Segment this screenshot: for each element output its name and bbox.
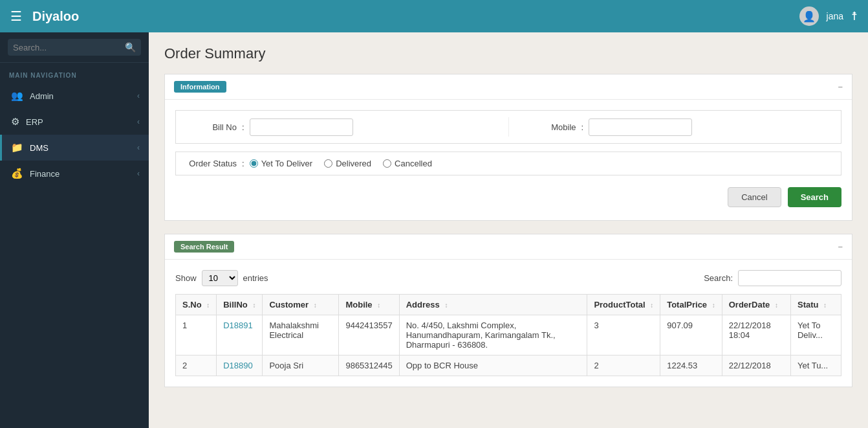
dms-icon: 📁 — [11, 142, 23, 153]
page-title: Order Summary — [164, 45, 852, 62]
nav-label: MAIN NAVIGATION — [0, 63, 149, 83]
cell-total-price: 907.09 — [660, 315, 722, 355]
cell-mobile: 9442413557 — [339, 315, 399, 355]
entries-label: entries — [243, 273, 268, 283]
show-entries: Show 10 25 50 100 entries — [175, 270, 268, 286]
cell-product-total: 3 — [587, 315, 660, 355]
cell-order-date: 22/12/2018 18:04 — [722, 315, 790, 355]
avatar: 👤 — [799, 6, 819, 26]
order-status-label: Order Status — [185, 159, 237, 168]
chevron-icon: ‹ — [137, 143, 140, 152]
cell-address: No. 4/450, Lakshmi Complex, Hanumandhapu… — [399, 315, 587, 355]
sidebar-label-dms: DMS — [30, 143, 49, 153]
col-sno: S.No ↕ — [176, 295, 217, 315]
sidebar-search-input[interactable] — [13, 43, 125, 52]
search-icon: 🔍 — [125, 42, 136, 52]
chevron-icon: ‹ — [137, 169, 140, 178]
bill-link[interactable]: D18891 — [223, 321, 253, 330]
results-card-body: Show 10 25 50 100 entries Search: — [165, 260, 852, 387]
cell-customer: Pooja Sri — [263, 355, 339, 376]
form-actions: Cancel Search — [175, 183, 841, 210]
radio-delivered-label: Delivered — [336, 159, 371, 168]
cell-billno: D18890 — [217, 355, 263, 376]
cell-total-price: 1224.53 — [660, 355, 722, 376]
main-content: Order Summary Information − Bill No : Mo… — [149, 32, 868, 428]
erp-icon: ⚙ — [11, 116, 19, 128]
sidebar-item-erp[interactable]: ⚙ ERP ‹ — [0, 109, 149, 135]
finance-icon: 💰 — [11, 168, 23, 179]
results-card-header: Search Result − — [165, 234, 852, 260]
bill-no-label: Bill No — [185, 122, 237, 132]
table-row: 2 D18890 Pooja Sri 9865312445 Opp to BCR… — [176, 355, 841, 376]
chevron-icon: ‹ — [137, 117, 140, 126]
header-right: 👤 jana ☨ — [799, 6, 858, 26]
sidebar-item-dms[interactable]: 📁 DMS ‹ — [0, 135, 149, 161]
col-customer: Customer ↕ — [263, 295, 339, 315]
table-head: S.No ↕ BillNo ↕ Customer ↕ Mobile ↕ Addr… — [176, 295, 841, 315]
radio-yet-to-deliver[interactable]: Yet To Deliver — [250, 159, 313, 168]
cell-billno: D18891 — [217, 315, 263, 355]
col-billno: BillNo ↕ — [217, 295, 263, 315]
sidebar-item-finance[interactable]: 💰 Finance ‹ — [0, 161, 149, 186]
table-controls: Show 10 25 50 100 entries Search: — [175, 270, 841, 286]
mobile-input[interactable] — [589, 118, 692, 136]
cell-order-date: 22/12/2018 — [722, 355, 790, 376]
bill-no-input[interactable] — [250, 118, 353, 136]
field-divider — [508, 117, 509, 137]
information-card: Information − Bill No : Mobile : — [164, 74, 852, 221]
results-table: S.No ↕ BillNo ↕ Customer ↕ Mobile ↕ Addr… — [175, 294, 841, 376]
cell-address: Opp to BCR House — [399, 355, 587, 376]
sidebar-item-admin[interactable]: 👥 Admin ‹ — [0, 83, 149, 109]
menu-icon[interactable]: ☰ — [10, 8, 22, 24]
table-search-input[interactable] — [738, 270, 841, 286]
cell-sno: 1 — [176, 315, 217, 355]
results-collapse-icon[interactable]: − — [838, 242, 843, 252]
show-label: Show — [175, 273, 197, 283]
collapse-icon[interactable]: − — [838, 82, 843, 92]
sidebar-label-admin: Admin — [30, 91, 54, 101]
cell-mobile: 9865312445 — [339, 355, 399, 376]
sidebar: 🔍 MAIN NAVIGATION 👥 Admin ‹ ⚙ ERP ‹ 📁 DM… — [0, 32, 149, 428]
cell-sno: 2 — [176, 355, 217, 376]
order-status-row: Order Status : Yet To Deliver Delivered — [175, 152, 841, 175]
info-card-header: Information − — [165, 74, 852, 100]
order-status-field: Order Status : Yet To Deliver Delivered — [185, 159, 832, 168]
sidebar-search-inner: 🔍 — [8, 39, 141, 56]
bill-field: Bill No : — [185, 118, 493, 136]
cell-status: Yet Tu... — [790, 355, 841, 376]
cancel-button[interactable]: Cancel — [728, 187, 781, 207]
admin-icon: 👥 — [11, 90, 23, 102]
col-address: Address ↕ — [399, 295, 587, 315]
col-status: Statu ↕ — [790, 295, 841, 315]
sidebar-label-erp: ERP — [26, 117, 43, 127]
cell-status: Yet To Deliv... — [790, 315, 841, 355]
table-row: 1 D18891 Mahalakshmi Electrical 94424135… — [176, 315, 841, 355]
col-total-price: TotalPrice ↕ — [660, 295, 722, 315]
table-body: 1 D18891 Mahalakshmi Electrical 94424135… — [176, 315, 841, 376]
info-badge: Information — [174, 81, 226, 93]
col-order-date: OrderDate ↕ — [722, 295, 790, 315]
cell-customer: Mahalakshmi Electrical — [263, 315, 339, 355]
app-header: ☰ Diyaloo 👤 jana ☨ — [0, 0, 868, 32]
info-card-body: Bill No : Mobile : Order Status — [165, 100, 852, 220]
results-card: Search Result − Show 10 25 50 100 entrie… — [164, 234, 852, 387]
sidebar-label-finance: Finance — [30, 169, 60, 179]
table-search: Search: — [704, 270, 841, 286]
chevron-icon: ‹ — [137, 91, 140, 100]
bill-mobile-row: Bill No : Mobile : — [175, 110, 841, 144]
radio-cancelled[interactable]: Cancelled — [383, 159, 432, 168]
app-title: Diyaloo — [32, 9, 79, 24]
mobile-label: Mobile — [525, 122, 576, 132]
col-mobile: Mobile ↕ — [339, 295, 399, 315]
mobile-field: Mobile : — [525, 118, 832, 136]
table-search-label: Search: — [704, 273, 733, 283]
username: jana — [827, 11, 843, 21]
radio-group: Yet To Deliver Delivered Cancelled — [250, 159, 432, 168]
radio-delivered[interactable]: Delivered — [324, 159, 371, 168]
main-layout: 🔍 MAIN NAVIGATION 👥 Admin ‹ ⚙ ERP ‹ 📁 DM… — [0, 32, 868, 428]
radio-cancelled-label: Cancelled — [395, 159, 432, 168]
entries-select[interactable]: 10 25 50 100 — [202, 270, 238, 286]
search-button[interactable]: Search — [788, 187, 841, 207]
bill-link[interactable]: D18890 — [223, 361, 253, 370]
settings-icon[interactable]: ☨ — [851, 9, 858, 23]
